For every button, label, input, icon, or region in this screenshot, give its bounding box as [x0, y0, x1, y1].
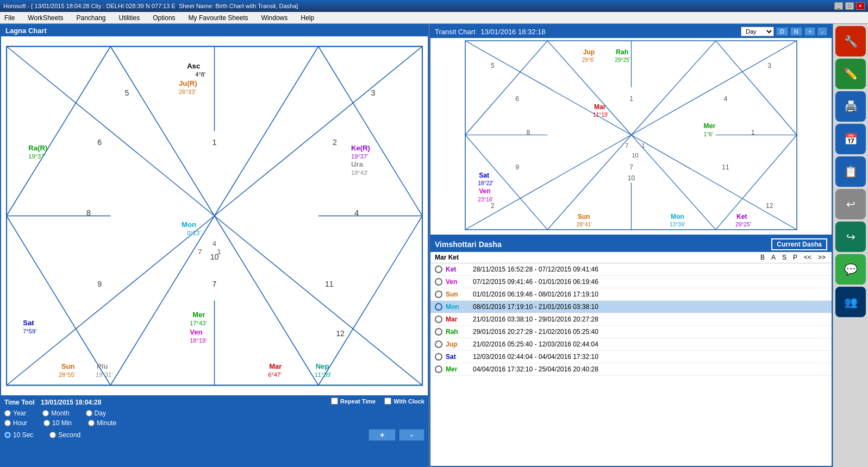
svg-text:6: 6: [97, 138, 102, 147]
svg-text:Ra(R): Ra(R): [28, 144, 47, 152]
dasha-planet-mar: Mar: [446, 315, 473, 323]
svg-text:Rah: Rah: [616, 48, 628, 56]
menu-favourite[interactable]: My Favourite Sheets: [186, 13, 251, 23]
svg-text:9: 9: [97, 280, 102, 288]
dasha-dates-ket: 28/11/2015 16:52:28 - 07/12/2015 09:41:4…: [473, 266, 827, 273]
menu-panchang[interactable]: Panchang: [74, 13, 108, 23]
svg-text:Ju(R): Ju(R): [179, 79, 197, 87]
print-icon[interactable]: 🖨️: [835, 91, 866, 122]
tenmin-radio[interactable]: [43, 420, 50, 426]
transit-minus-button[interactable]: -: [817, 27, 827, 36]
svg-text:Sat: Sat: [479, 172, 489, 179]
menu-help[interactable]: Help: [298, 13, 316, 23]
dasha-dates-rah: 29/01/2016 20:27:28 - 21/02/2016 05:25:4…: [473, 328, 827, 336]
time-row-3: 10 Sec Second + -: [4, 429, 424, 441]
transit-d-button[interactable]: D: [776, 27, 788, 36]
svg-text:5: 5: [491, 62, 495, 70]
edit-icon[interactable]: ✏️: [835, 59, 866, 89]
lagna-chart-container: Lagna Chart: [0, 24, 429, 396]
menu-windows[interactable]: Windows: [259, 13, 290, 23]
dasha-nav-a[interactable]: A: [770, 254, 777, 261]
svg-text:29°25': 29°25': [735, 222, 751, 228]
svg-text:4: 4: [213, 239, 216, 248]
year-radio[interactable]: [4, 410, 11, 416]
svg-text:11°19': 11°19': [593, 112, 608, 118]
dasha-nav-s[interactable]: S: [780, 254, 788, 261]
svg-text:Ven: Ven: [190, 328, 202, 336]
dasha-planet-sun: Sun: [446, 291, 473, 298]
repeat-time-checkbox[interactable]: [331, 397, 338, 405]
back-icon[interactable]: ↩: [835, 189, 866, 219]
transit-day-select[interactable]: Day Week Month Year: [741, 27, 774, 36]
month-radio[interactable]: [42, 410, 49, 416]
dasha-dates-sun: 01/01/2016 06:19:46 - 08/01/2016 17:19:1…: [473, 291, 827, 298]
svg-text:7: 7: [213, 280, 217, 288]
menu-utilities[interactable]: Utilities: [117, 13, 142, 23]
radio-sat: [435, 353, 442, 361]
dasha-nav-b[interactable]: B: [759, 254, 766, 261]
tools-icon[interactable]: 🔧: [835, 26, 866, 56]
svg-text:10: 10: [628, 174, 635, 182]
dasha-subheader: Mar Ket B A S P << >>: [430, 252, 832, 263]
svg-text:2: 2: [491, 202, 495, 210]
day-radio[interactable]: [86, 410, 92, 416]
with-clock-checkbox[interactable]: [384, 397, 391, 405]
time-tool-label: Time Tool: [4, 399, 35, 406]
radio-jup: [435, 340, 442, 348]
dasha-list: Ket 28/11/2015 16:52:28 - 07/12/2015 09:…: [430, 263, 832, 466]
sidebar: 🔧 ✏️ 🖨️ 📅 📋 ↩ ↪ 💬 👥: [833, 24, 868, 467]
svg-text:7: 7: [625, 142, 628, 149]
time-tool: Time Tool 13/01/2015 18:04:28 Repeat Tim…: [0, 396, 429, 467]
svg-text:1: 1: [213, 138, 217, 147]
menubar: File WorkSheets Panchang Utilities Optio…: [0, 12, 868, 24]
transit-plus-button[interactable]: +: [804, 27, 815, 36]
svg-text:26°33': 26°33': [179, 89, 196, 95]
time-row-1: Year Month Day: [4, 409, 424, 417]
close-button[interactable]: ✕: [856, 2, 865, 10]
svg-text:1: 1: [642, 142, 645, 149]
note-icon[interactable]: 📋: [835, 156, 866, 187]
tensec-radio[interactable]: [4, 432, 11, 438]
svg-text:29°25': 29°25': [615, 57, 630, 63]
minute-radio[interactable]: [88, 420, 95, 426]
svg-text:12: 12: [766, 202, 773, 210]
titlebar-controls: _ □ ✕: [834, 2, 865, 10]
svg-text:29°6': 29°6': [582, 57, 595, 63]
dasha-planet-mon: Mon: [446, 303, 473, 311]
time-plus-button[interactable]: +: [369, 429, 396, 441]
minimize-button[interactable]: _: [834, 2, 843, 10]
dasha-nav-next[interactable]: >>: [816, 254, 827, 261]
svg-text:11: 11: [325, 280, 334, 288]
whatsapp-icon[interactable]: 💬: [835, 254, 866, 285]
svg-text:8: 8: [86, 209, 91, 218]
tensec-radio-label: 10 Sec: [4, 429, 33, 441]
calendar-icon[interactable]: 📅: [835, 124, 866, 154]
current-dasha-button[interactable]: Current Dasha: [771, 238, 827, 250]
svg-text:18°19': 18°19': [190, 337, 207, 344]
svg-text:7°59': 7°59': [23, 328, 36, 335]
svg-text:Jup: Jup: [583, 48, 595, 56]
svg-text:Ura: Ura: [351, 160, 364, 168]
dasha-planet-ket: Ket: [446, 266, 473, 273]
menu-file[interactable]: File: [2, 13, 17, 23]
svg-text:2: 2: [333, 138, 337, 147]
svg-text:1: 1: [217, 248, 221, 256]
svg-text:Sun: Sun: [61, 362, 75, 370]
svg-text:1: 1: [751, 129, 755, 136]
second-radio[interactable]: [49, 432, 56, 438]
dasha-header: Vimshottari Dasha Current Dasha: [430, 237, 832, 252]
transit-n-button[interactable]: N: [790, 27, 802, 36]
menu-options[interactable]: Options: [151, 13, 177, 23]
menu-worksheets[interactable]: WorkSheets: [26, 13, 65, 23]
forward-icon[interactable]: ↪: [835, 222, 866, 252]
dasha-nav-prev[interactable]: <<: [802, 254, 813, 261]
dasha-nav-p[interactable]: P: [791, 254, 799, 261]
hour-radio[interactable]: [4, 420, 11, 426]
dasha-row-rah: Rah 29/01/2016 20:27:28 - 21/02/2016 05:…: [430, 326, 832, 338]
repeat-time-checkbox-label: Repeat Time: [331, 397, 376, 405]
time-minus-button[interactable]: -: [399, 429, 424, 441]
group-icon[interactable]: 👥: [835, 287, 866, 317]
svg-text:12: 12: [336, 329, 345, 338]
maximize-button[interactable]: □: [845, 2, 854, 10]
svg-text:Mon: Mon: [671, 213, 684, 220]
